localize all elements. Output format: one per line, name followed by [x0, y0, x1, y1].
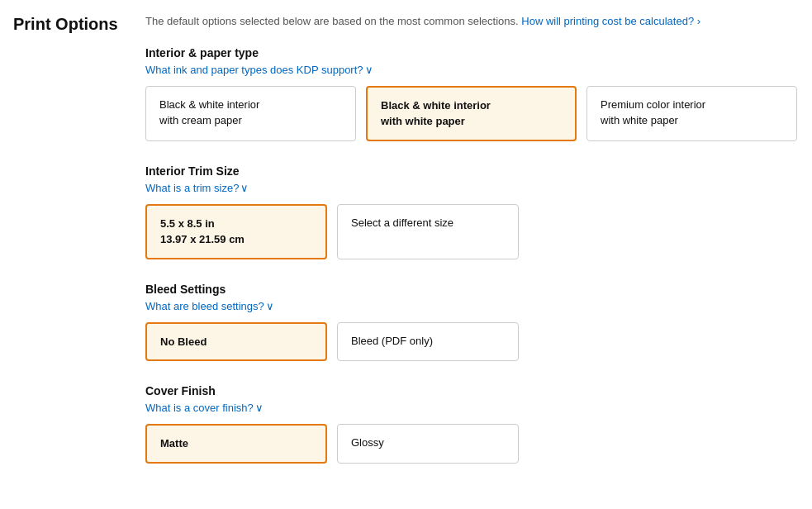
page-title: Print Options — [13, 13, 119, 35]
header-description: The default options selected below are b… — [145, 13, 799, 30]
interior-paper-title: Interior & paper type — [145, 46, 799, 59]
option-trim-5x8[interactable]: 5.5 x 8.5 in 13.97 x 21.59 cm — [145, 204, 327, 259]
trim-size-options: 5.5 x 8.5 in 13.97 x 21.59 cm Select a d… — [145, 204, 799, 259]
printing-cost-link[interactable]: How will printing cost be calculated? › — [521, 15, 700, 27]
interior-paper-section: Interior & paper type What ink and paper… — [145, 46, 799, 141]
bleed-help-link[interactable]: What are bleed settings? ∨ — [145, 300, 274, 312]
option-bw-white[interactable]: Black & white interior with white paper — [366, 86, 577, 141]
trim-size-section: Interior Trim Size What is a trim size? … — [145, 164, 799, 259]
cover-finish-help-link[interactable]: What is a cover finish? ∨ — [145, 402, 264, 414]
trim-size-help-link[interactable]: What is a trim size? ∨ — [145, 182, 249, 194]
option-color-white[interactable]: Premium color interior with white paper — [586, 86, 797, 141]
trim-size-title: Interior Trim Size — [145, 164, 799, 178]
option-no-bleed[interactable]: No Bleed — [145, 322, 327, 362]
option-matte[interactable]: Matte — [145, 424, 327, 464]
cover-finish-title: Cover Finish — [145, 384, 799, 397]
interior-paper-options: Black & white interior with cream paper … — [145, 86, 799, 141]
option-bw-cream[interactable]: Black & white interior with cream paper — [145, 86, 356, 141]
bleed-section: Bleed Settings What are bleed settings? … — [145, 283, 799, 362]
bleed-title: Bleed Settings — [145, 283, 799, 296]
interior-paper-help-link[interactable]: What ink and paper types does KDP suppor… — [145, 64, 373, 76]
cover-finish-section: Cover Finish What is a cover finish? ∨ M… — [145, 384, 799, 464]
option-bleed[interactable]: Bleed (PDF only) — [337, 322, 519, 362]
option-trim-different[interactable]: Select a different size — [337, 204, 519, 259]
cover-finish-options: Matte Glossy — [145, 424, 799, 464]
option-glossy[interactable]: Glossy — [337, 424, 519, 464]
bleed-options: No Bleed Bleed (PDF only) — [145, 322, 799, 362]
